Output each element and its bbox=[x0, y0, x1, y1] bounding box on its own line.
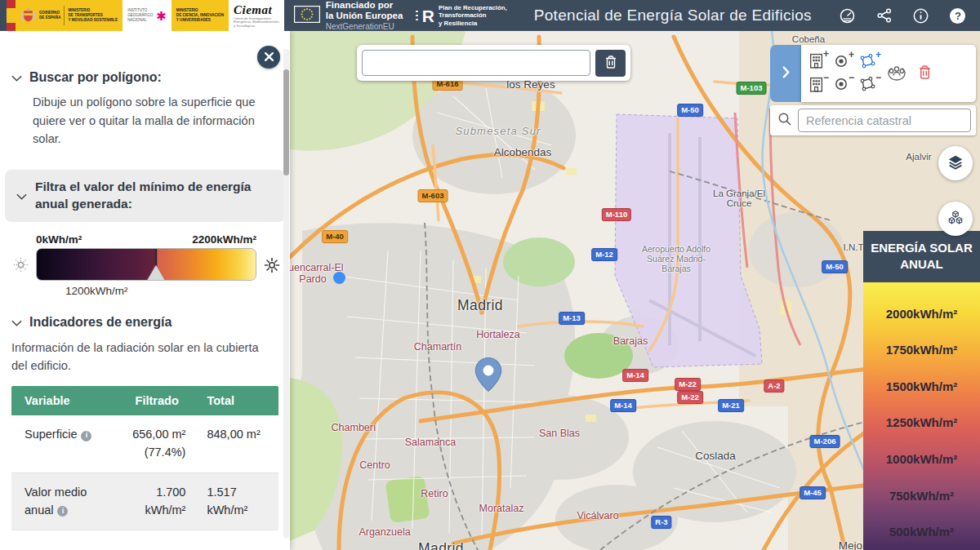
divider bbox=[64, 6, 65, 25]
legend-entry: 1750kWh/m² bbox=[886, 343, 958, 357]
sidebar-panel: Buscar por polígono: Dibuje un polígono … bbox=[0, 31, 290, 550]
slider-min-label: 0kWh/m² bbox=[36, 233, 82, 246]
plan-r-icon: R bbox=[422, 7, 434, 24]
row-variable: Valor medio anual bbox=[24, 486, 87, 517]
building-icon bbox=[809, 77, 823, 95]
trash-icon bbox=[918, 64, 932, 82]
layers-button[interactable] bbox=[938, 146, 973, 180]
building-remove-button[interactable]: − bbox=[809, 77, 823, 95]
help-icon[interactable] bbox=[949, 7, 967, 24]
cubes-icon bbox=[947, 210, 964, 228]
solar-legend: ENERGÍA SOLAR ANUAL 2000kWh/m²1750kWh/m²… bbox=[863, 231, 980, 550]
chevron-down-icon bbox=[11, 70, 22, 85]
search-icon bbox=[777, 112, 792, 130]
plan-recuperacion-logo: R Plan de Recuperación, Transformación y… bbox=[416, 4, 506, 27]
ministerio-ciencia-text: MINISTERIO DE CIENCIA, INNOVACIÓN Y UNIV… bbox=[176, 8, 224, 22]
chevron-down-icon bbox=[16, 189, 27, 203]
legend-entry: 500kWh/m² bbox=[889, 525, 954, 539]
ign-icon: ✱ bbox=[156, 10, 167, 22]
ign-logo: INSTITUTO GEOGRÁFICO NACIONAL ✱ bbox=[122, 0, 172, 31]
col-header-variable: Variable bbox=[11, 394, 110, 407]
section-filter-header[interactable]: Filtra el valor del mínimo de energía an… bbox=[5, 170, 285, 222]
point-icon bbox=[834, 77, 849, 94]
ministerio-ciencia-logo: MINISTERIO DE CIENCIA, INNOVACIÓN Y UNIV… bbox=[172, 0, 229, 31]
app-header: GOBIERNO DE ESPAÑA MINISTERIO DE TRANSPO… bbox=[0, 0, 980, 31]
table-header-row: Variable Filtrado Total bbox=[11, 386, 278, 415]
table-row: Valor medio anual 1.700 kWh/m² 1.517 kWh… bbox=[11, 473, 278, 531]
legend-scale: 2000kWh/m²1750kWh/m²1500kWh/m²1250kWh/m²… bbox=[863, 282, 980, 550]
ciemat-subtext: Centro de Investigaciones Energéticas, M… bbox=[234, 17, 279, 29]
legend-entry: 1000kWh/m² bbox=[886, 452, 958, 466]
info-icon[interactable] bbox=[912, 7, 930, 24]
row-total: 1.517 kWh/m² bbox=[203, 484, 278, 520]
dashboard-icon[interactable] bbox=[839, 7, 857, 24]
delete-drawings-button[interactable] bbox=[918, 64, 932, 82]
layers-icon bbox=[947, 153, 964, 174]
section-buscar-description: Dibuje un polígono sobre la superficie q… bbox=[0, 85, 290, 149]
section-indicadores-description: Información de la radiación solar en la … bbox=[0, 330, 290, 375]
section-buscar-header[interactable]: Buscar por polígono: bbox=[0, 70, 290, 85]
share-icon[interactable] bbox=[875, 7, 893, 24]
point-add-button[interactable]: + bbox=[834, 54, 849, 71]
drawing-tools: + − + − bbox=[770, 45, 976, 135]
clear-search-button[interactable] bbox=[595, 50, 626, 77]
building-icon bbox=[809, 53, 823, 71]
polygon-add-button[interactable]: + bbox=[859, 54, 875, 71]
energy-filter-slider: 0kWh/m² 2200kWh/m² 1200kWh/m² bbox=[13, 233, 280, 297]
indicators-table: Variable Filtrado Total Superficie 656,0… bbox=[11, 386, 278, 530]
row-filtrado: 1.700 kWh/m² bbox=[110, 484, 203, 520]
logo-strip: GOBIERNO DE ESPAÑA MINISTERIO DE TRANSPO… bbox=[0, 0, 284, 31]
polygon-search-bar bbox=[357, 45, 630, 81]
legend-entry: 1250kWh/m² bbox=[886, 415, 958, 429]
3d-buildings-button[interactable] bbox=[938, 202, 973, 236]
community-icon bbox=[886, 63, 907, 85]
drawing-toolbar: + − + − bbox=[801, 45, 976, 102]
page-title: Potencial de Energía Solar de Edificios bbox=[534, 7, 812, 24]
gradient-slider-bar[interactable] bbox=[36, 248, 256, 281]
polygon-remove-button[interactable]: − bbox=[859, 77, 875, 94]
plan-r-dots-icon bbox=[416, 11, 418, 21]
ign-text: INSTITUTO GEOGRÁFICO NACIONAL bbox=[127, 8, 153, 22]
plan-text: Plan de Recuperación, Transformación y R… bbox=[439, 4, 507, 27]
chevron-down-icon bbox=[11, 315, 22, 330]
brightness-low-icon bbox=[13, 257, 29, 273]
legend-entry: 2000kWh/m² bbox=[886, 307, 958, 321]
slider-max-label: 2200kWh/m² bbox=[192, 233, 256, 246]
coat-of-arms-icon bbox=[20, 7, 36, 24]
point-icon bbox=[834, 54, 849, 71]
info-icon[interactable] bbox=[57, 506, 68, 517]
ciemat-logo: Ciemat Centro de Investigaciones Energét… bbox=[229, 0, 284, 31]
point-remove-button[interactable]: − bbox=[834, 77, 849, 94]
section-buscar-title: Buscar por polígono: bbox=[29, 70, 162, 85]
legend-entry: 750kWh/m² bbox=[889, 489, 954, 503]
close-icon bbox=[265, 51, 274, 64]
col-header-filtrado: Filtrado bbox=[110, 394, 203, 407]
row-variable: Superficie bbox=[24, 428, 77, 441]
info-icon[interactable] bbox=[81, 431, 91, 441]
section-indicadores-title: Indicadores de energía bbox=[29, 315, 172, 330]
collapse-toolbar-button[interactable] bbox=[770, 45, 801, 102]
polygon-icon bbox=[859, 54, 875, 71]
polygon-icon bbox=[859, 77, 875, 94]
catastral-input[interactable] bbox=[798, 109, 971, 132]
col-header-total: Total bbox=[203, 394, 278, 407]
section-indicadores-header[interactable]: Indicadores de energía bbox=[0, 315, 290, 330]
map-pin-marker bbox=[474, 357, 502, 392]
eu-funding-logo: Financiado por la Unión Europea NextGene… bbox=[294, 0, 403, 31]
sidebar-scrollbar[interactable] bbox=[283, 49, 289, 539]
ciemat-wordmark: Ciemat bbox=[234, 3, 279, 17]
community-select-button[interactable] bbox=[886, 63, 907, 85]
legend-title: ENERGÍA SOLAR ANUAL bbox=[863, 231, 980, 282]
gobierno-logo: GOBIERNO DE ESPAÑA MINISTERIO DE TRANSPO… bbox=[16, 0, 122, 31]
spain-flag-icon bbox=[7, 0, 16, 31]
table-row: Superficie 656,00 m² (77.4%) 848,00 m² bbox=[11, 415, 278, 473]
slider-thumb[interactable] bbox=[147, 265, 165, 281]
row-total: 848,00 m² bbox=[203, 426, 278, 462]
close-panel-button[interactable] bbox=[257, 46, 280, 69]
building-add-button[interactable]: + bbox=[809, 53, 823, 71]
polygon-search-input[interactable] bbox=[362, 50, 590, 76]
map-point-marker bbox=[333, 272, 345, 284]
row-filtrado: 656,00 m² (77.4%) bbox=[110, 426, 203, 462]
legend-entry: 1500kWh/m² bbox=[886, 379, 958, 393]
gobierno-text: GOBIERNO DE ESPAÑA bbox=[39, 11, 60, 20]
